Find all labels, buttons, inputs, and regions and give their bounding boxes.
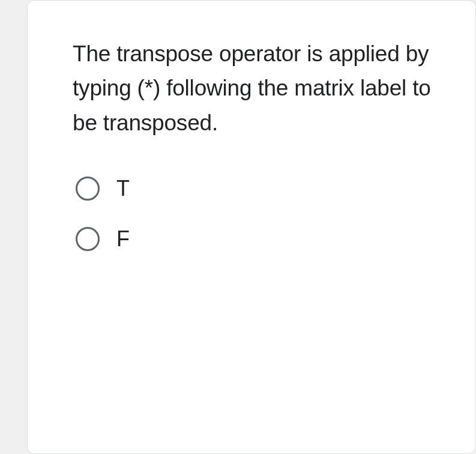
options-group: T F [73, 176, 445, 252]
option-label: F [116, 226, 130, 252]
option-true[interactable]: T [76, 176, 445, 201]
option-label: T [116, 176, 130, 201]
option-false[interactable]: F [76, 226, 445, 252]
question-text: The transpose operator is applied by typ… [73, 37, 445, 140]
radio-icon [76, 227, 100, 251]
radio-icon [76, 177, 100, 201]
question-card: The transpose operator is applied by typ… [27, 0, 476, 454]
